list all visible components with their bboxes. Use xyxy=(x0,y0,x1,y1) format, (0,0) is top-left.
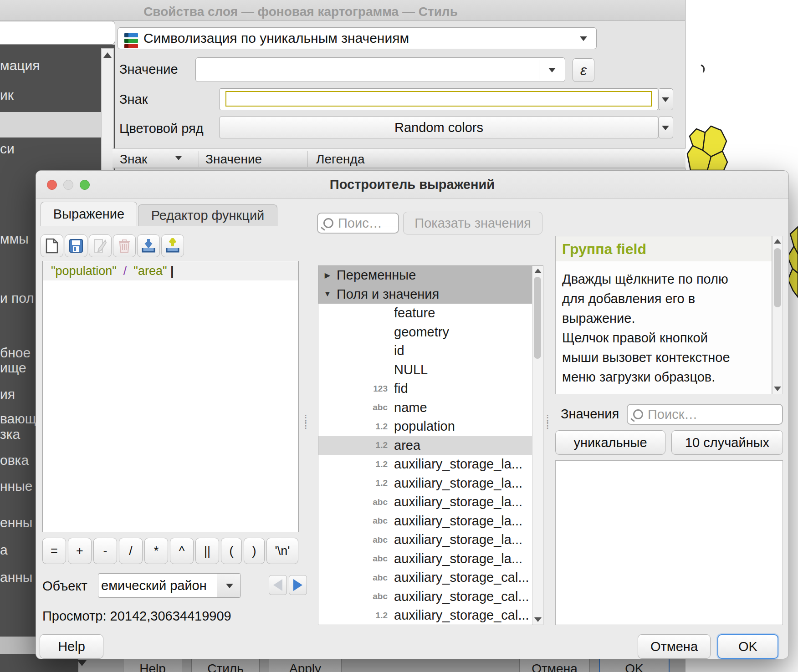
minimize-window-icon[interactable] xyxy=(63,180,73,190)
operator-button[interactable]: - xyxy=(93,538,117,564)
feature-combo[interactable]: емический район xyxy=(98,573,241,598)
tree-row[interactable]: abcauxiliary_storage_la... xyxy=(318,512,543,531)
sample-values-button[interactable]: 10 случайных xyxy=(671,430,783,455)
tree-row[interactable]: abcauxiliary_storage_la... xyxy=(318,550,543,569)
sidebar-item-fragment[interactable]: нные xyxy=(0,479,32,494)
close-window-icon[interactable] xyxy=(47,180,57,190)
scroll-up-icon[interactable] xyxy=(534,269,542,273)
sidebar-selected-item[interactable] xyxy=(0,112,101,137)
tree-row[interactable]: ▼Поля и значения xyxy=(318,285,543,304)
symbol-dropdown-button[interactable] xyxy=(658,88,673,110)
tab-function-editor[interactable]: Редактор функций xyxy=(138,204,277,226)
color-ramp-dropdown-button[interactable] xyxy=(658,117,673,138)
feature-combo-dropdown[interactable] xyxy=(217,574,240,597)
value-combo[interactable] xyxy=(195,57,565,82)
fields-search-input[interactable]: Поис… xyxy=(317,213,399,234)
save-expression-button[interactable] xyxy=(65,234,87,257)
scroll-down-icon[interactable] xyxy=(77,660,87,666)
sidebar-item-fragment[interactable]: бное xyxy=(0,345,31,361)
splitter-handle[interactable]: ⁞⁞ xyxy=(304,417,307,428)
import-expression-button[interactable] xyxy=(137,234,160,257)
tree-row[interactable]: feature xyxy=(318,304,543,323)
tree-row[interactable]: 123fid xyxy=(318,379,543,398)
scroll-up-icon[interactable] xyxy=(774,239,781,244)
symbol-label: Знак xyxy=(119,92,148,107)
symbol-preview-well[interactable] xyxy=(220,88,658,110)
expression-builder-button[interactable]: ε xyxy=(573,58,594,82)
column-legend[interactable]: Легенда xyxy=(316,152,365,167)
tree-row[interactable]: 1.2population xyxy=(318,417,543,436)
symbology-method-combo[interactable]: Символизация по уникальным значениям xyxy=(118,27,597,49)
sidebar-item-fragment[interactable]: и пол xyxy=(0,290,34,306)
help-scrollbar[interactable] xyxy=(772,236,783,394)
tree-row[interactable]: abcname xyxy=(318,398,543,417)
export-expression-button[interactable] xyxy=(161,234,184,257)
sidebar-item-fragment[interactable]: ик xyxy=(0,87,14,103)
show-values-button[interactable]: Показать значения xyxy=(403,212,542,234)
properties-search-input[interactable] xyxy=(0,21,115,45)
scroll-down-icon[interactable] xyxy=(774,387,781,391)
tab-expression[interactable]: Выражение xyxy=(41,202,137,226)
operator-button[interactable]: || xyxy=(195,538,219,564)
chevron-right-icon[interactable]: ▶ xyxy=(318,271,337,280)
expression-editor[interactable]: "population" / "area" | xyxy=(42,261,299,532)
tree-row[interactable]: 1.2auxiliary_storage_la... xyxy=(318,455,543,474)
operator-button[interactable]: + xyxy=(68,538,92,564)
operator-button[interactable]: / xyxy=(119,538,143,564)
color-ramp-button[interactable]: Random colors xyxy=(220,117,658,138)
tree-row[interactable]: NULL xyxy=(318,361,543,380)
values-list[interactable] xyxy=(555,460,783,625)
chevron-down-icon[interactable]: ▼ xyxy=(318,290,337,298)
tree-row[interactable]: abcauxiliary_storage_la... xyxy=(318,493,543,512)
operator-button[interactable]: ) xyxy=(244,538,265,564)
next-feature-button[interactable] xyxy=(289,575,307,595)
sidebar-item-fragment[interactable]: си xyxy=(0,141,15,157)
previous-feature-button[interactable] xyxy=(269,575,287,595)
operator-button[interactable]: * xyxy=(144,538,168,564)
sidebar-item-fragment[interactable]: вающ xyxy=(0,411,36,427)
tree-row[interactable]: geometry xyxy=(318,323,543,342)
sidebar-item-fragment[interactable]: ммы xyxy=(0,231,29,247)
operator-button[interactable]: ( xyxy=(221,538,242,564)
tree-row[interactable]: 1.2auxiliary_storage_la... xyxy=(318,474,543,493)
scroll-down-icon[interactable] xyxy=(534,617,542,622)
cancel-button[interactable]: Отмена xyxy=(638,634,711,659)
column-symbol[interactable]: Знак xyxy=(120,152,147,167)
tree-row[interactable]: abcauxiliary_storage_cal... xyxy=(318,587,543,606)
tree-row[interactable]: 1.2area xyxy=(318,436,543,455)
sidebar-item-fragment[interactable]: зка xyxy=(0,427,20,442)
layer-properties-title: Свойства слоя — фоновая картограмма — Ст… xyxy=(143,5,458,19)
delete-expression-button-disabled[interactable] xyxy=(113,234,136,257)
dialog-titlebar[interactable]: Построитель выражений xyxy=(36,171,788,199)
sidebar-item-fragment[interactable]: ище xyxy=(0,360,26,376)
tree-row[interactable]: 1.2auxiliary_storage_cal... xyxy=(318,606,543,625)
zoom-window-icon[interactable] xyxy=(80,180,90,190)
tree-row[interactable]: abcauxiliary_storage_cal... xyxy=(318,568,543,587)
operator-button[interactable]: '\n' xyxy=(266,538,298,564)
tree-row[interactable]: ▶Переменные xyxy=(318,266,543,285)
ok-button[interactable]: OK xyxy=(717,634,778,659)
operator-button[interactable]: ^ xyxy=(170,538,194,564)
all-unique-values-button[interactable]: уникальные xyxy=(555,430,665,455)
tree-row[interactable]: abcauxiliary_storage_la... xyxy=(318,530,543,550)
classes-table-header[interactable]: Знак Значение Легенда xyxy=(113,148,685,168)
sidebar-item-fragment[interactable]: ия xyxy=(0,387,15,402)
sidebar-item-fragment[interactable]: мация xyxy=(0,58,40,73)
scroll-up-icon[interactable] xyxy=(103,52,112,58)
column-value[interactable]: Значение xyxy=(205,152,262,167)
fields-tree[interactable]: ▶Переменные▼Поля и значенияfeaturegeomet… xyxy=(318,265,543,625)
tree-scrollbar[interactable] xyxy=(532,266,543,625)
splitter-handle[interactable]: ⁞⁞ xyxy=(546,417,549,428)
expression-current-line[interactable]: "population" / "area" | xyxy=(43,262,298,280)
new-expression-button[interactable] xyxy=(41,234,63,257)
sidebar-item-fragment[interactable]: овка xyxy=(0,453,29,468)
sidebar-item-fragment[interactable]: анны xyxy=(0,570,32,585)
sidebar-item-fragment[interactable]: а xyxy=(0,542,8,558)
values-search-input[interactable]: Поиск… xyxy=(627,404,783,425)
edit-expression-button-disabled[interactable] xyxy=(89,234,112,257)
symbol-color-swatch[interactable] xyxy=(225,91,652,107)
operator-button[interactable]: = xyxy=(42,538,66,564)
sidebar-item-fragment[interactable]: енны xyxy=(0,515,32,530)
tree-row[interactable]: id xyxy=(318,341,543,361)
help-button[interactable]: Help xyxy=(40,634,103,659)
